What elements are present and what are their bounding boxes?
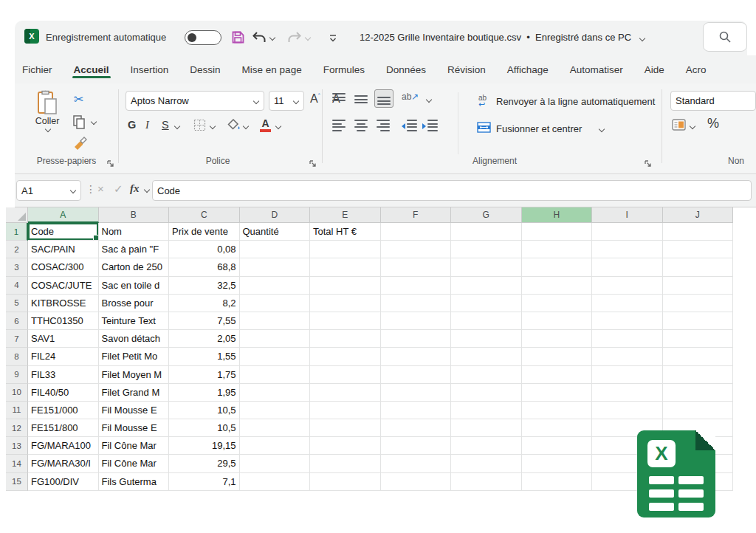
- cell-C2[interactable]: 0,08: [169, 241, 240, 258]
- borders-dropdown-chevron[interactable]: [209, 123, 216, 129]
- cell-E2[interactable]: [310, 241, 381, 258]
- fill-color-icon[interactable]: [227, 119, 241, 134]
- col-header-G[interactable]: G: [451, 207, 522, 223]
- cell-H6[interactable]: [522, 312, 593, 330]
- cell-C14[interactable]: 29,5: [169, 455, 240, 472]
- cell-H5[interactable]: [522, 295, 593, 312]
- cell-B11[interactable]: Fil Mousse E: [99, 402, 170, 419]
- cell-A4[interactable]: COSAC/JUTE: [28, 277, 99, 295]
- cell-J2[interactable]: [663, 241, 734, 258]
- cell-H13[interactable]: [522, 437, 593, 455]
- cell-B13[interactable]: Fil Cône Mar: [99, 437, 170, 455]
- cell-J4[interactable]: [663, 277, 734, 295]
- accounting-format-icon[interactable]: [672, 119, 686, 134]
- cell-A14[interactable]: FG/MARA30/I: [28, 455, 99, 472]
- increase-indent-icon[interactable]: [422, 120, 438, 132]
- align-middle-icon[interactable]: [354, 93, 368, 106]
- enter-icon[interactable]: ✓: [114, 182, 123, 196]
- decrease-indent-icon[interactable]: [402, 120, 417, 132]
- cell-H10[interactable]: [522, 384, 593, 402]
- name-box[interactable]: A1: [16, 180, 81, 201]
- cell-F6[interactable]: [381, 312, 452, 330]
- cell-I3[interactable]: [592, 258, 663, 276]
- col-header-A[interactable]: A: [28, 207, 99, 223]
- cell-H3[interactable]: [522, 258, 593, 276]
- cell-J7[interactable]: [663, 330, 734, 348]
- col-header-H[interactable]: H: [522, 207, 593, 223]
- cell-C9[interactable]: 1,75: [169, 366, 240, 384]
- cancel-icon[interactable]: ×: [97, 182, 104, 195]
- cell-A9[interactable]: FIL33: [28, 366, 99, 384]
- cell-D3[interactable]: [240, 258, 311, 276]
- align-center-icon[interactable]: [354, 120, 368, 132]
- cell-C5[interactable]: 8,2: [169, 295, 240, 312]
- cell-D11[interactable]: [240, 402, 311, 419]
- col-header-B[interactable]: B: [99, 207, 170, 223]
- bold-button[interactable]: G: [128, 119, 136, 131]
- cell-D9[interactable]: [240, 366, 311, 384]
- col-header-D[interactable]: D: [240, 207, 311, 223]
- merge-center-icon[interactable]: [477, 122, 491, 136]
- copy-icon[interactable]: [72, 114, 86, 132]
- tab-accueil[interactable]: Accueil: [72, 60, 111, 80]
- merge-center-label[interactable]: Fusionner et centrer: [496, 123, 582, 134]
- grow-font-button[interactable]: Aˆ: [310, 92, 320, 106]
- cell-I11[interactable]: [592, 402, 663, 419]
- row-header-6[interactable]: 6: [6, 312, 28, 330]
- cell-A15[interactable]: FG100/DIV: [28, 473, 99, 491]
- cell-E8[interactable]: [310, 348, 381, 365]
- cell-I6[interactable]: [592, 312, 663, 330]
- cell-F15[interactable]: [381, 473, 452, 491]
- cell-A7[interactable]: SAV1: [28, 330, 99, 348]
- cell-J10[interactable]: [663, 384, 734, 402]
- cell-A3[interactable]: COSAC/300: [28, 258, 99, 276]
- cell-I1[interactable]: [592, 223, 663, 241]
- italic-button[interactable]: I: [145, 119, 149, 131]
- cell-G13[interactable]: [451, 437, 522, 455]
- cell-E4[interactable]: [310, 277, 381, 295]
- cell-B12[interactable]: Fil Mousse E: [99, 419, 170, 437]
- col-header-C[interactable]: C: [169, 207, 240, 223]
- tab-affichage[interactable]: Affichage: [506, 60, 550, 80]
- row-header-9[interactable]: 9: [6, 366, 28, 384]
- row-header-13[interactable]: 13: [6, 437, 28, 455]
- format-painter-icon[interactable]: [72, 137, 87, 154]
- cell-D14[interactable]: [240, 455, 311, 472]
- orientation-icon[interactable]: ab↗: [402, 92, 419, 102]
- tab-insertion[interactable]: Insertion: [129, 60, 171, 80]
- cell-E9[interactable]: [310, 366, 381, 384]
- autosave-toggle[interactable]: [185, 30, 221, 45]
- cell-C7[interactable]: 2,05: [169, 330, 240, 348]
- redo-icon[interactable]: [286, 29, 303, 45]
- cell-I9[interactable]: [592, 366, 663, 384]
- row-header-7[interactable]: 7: [6, 330, 28, 348]
- cell-G7[interactable]: [451, 330, 522, 348]
- cell-F14[interactable]: [381, 455, 452, 472]
- col-header-J[interactable]: J: [663, 207, 734, 223]
- orientation-dropdown-chevron[interactable]: [425, 97, 432, 103]
- cell-F9[interactable]: [381, 366, 452, 384]
- align-left-icon[interactable]: [332, 120, 346, 132]
- save-icon[interactable]: [230, 29, 246, 45]
- cell-H8[interactable]: [522, 348, 593, 365]
- underline-dropdown-chevron[interactable]: [173, 123, 180, 129]
- tab-dessin[interactable]: Dessin: [188, 60, 221, 80]
- cell-A1[interactable]: Code: [28, 223, 99, 241]
- col-header-E[interactable]: E: [310, 207, 381, 223]
- borders-icon[interactable]: [193, 119, 206, 134]
- cell-C8[interactable]: 1,55: [169, 348, 240, 365]
- row-header-14[interactable]: 14: [6, 455, 28, 472]
- alignment-dialog-launcher-icon[interactable]: [644, 157, 653, 166]
- align-bottom-icon[interactable]: [374, 89, 394, 108]
- font-color-dropdown-chevron[interactable]: [275, 123, 281, 129]
- row-header-11[interactable]: 11: [6, 402, 28, 419]
- row-header-10[interactable]: 10: [6, 384, 28, 402]
- tab-formules[interactable]: Formules: [322, 60, 366, 80]
- row-header-8[interactable]: 8: [6, 348, 28, 365]
- cell-I4[interactable]: [592, 277, 663, 295]
- cell-G3[interactable]: [451, 258, 522, 276]
- cell-G8[interactable]: [451, 348, 522, 365]
- number-format-select[interactable]: Standard: [670, 91, 756, 111]
- cell-J5[interactable]: [663, 295, 734, 312]
- undo-dropdown-chevron[interactable]: [269, 35, 275, 41]
